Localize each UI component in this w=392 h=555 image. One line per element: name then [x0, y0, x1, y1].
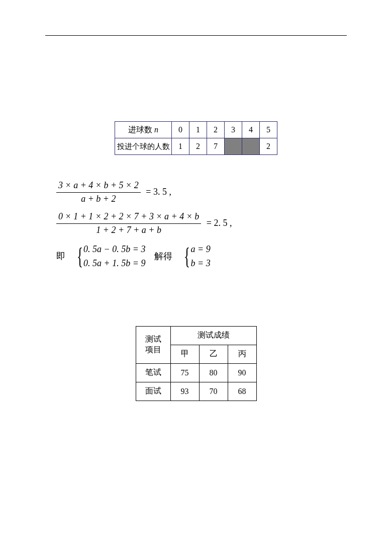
- t1-col-0: 0: [172, 122, 189, 138]
- t1-v3: [225, 138, 242, 155]
- sys2-line2: b = 3: [190, 257, 210, 271]
- t1-col-1: 1: [189, 122, 207, 138]
- t2-r1c2: 68: [228, 382, 256, 401]
- t1-col-2: 2: [207, 122, 225, 138]
- t1-v1: 2: [189, 138, 207, 155]
- t2-r1c0: 93: [170, 382, 199, 401]
- t2-topleft-l1: 测试: [137, 334, 170, 345]
- system-row: 即 { 0. 5a − 0. 5b = 3 0. 5a + 1. 5b = 9 …: [56, 243, 347, 270]
- eq1-denominator: a + b + 2: [56, 193, 141, 205]
- t2-topright: 测试成绩: [170, 326, 256, 345]
- t2-r0c2: 90: [228, 363, 256, 382]
- t2-topleft: 测试 项目: [136, 326, 170, 363]
- t2-row0-label: 笔试: [136, 363, 170, 382]
- word-solve: 解得: [154, 251, 172, 262]
- scores-table: 测试 项目 测试成绩 甲 乙 丙 笔试 75 80 90 面试 93 70 68: [45, 326, 347, 401]
- left-brace-icon: {: [77, 245, 83, 268]
- eq2-rhs: = 2. 5 ,: [204, 218, 232, 228]
- t1-col-5: 5: [260, 122, 277, 138]
- t1-row1-label-text: 进球数: [128, 125, 154, 134]
- t1-v2: 7: [207, 138, 225, 155]
- t2-r1c1: 70: [199, 382, 228, 401]
- eq1-rhs: = 3. 5 ,: [143, 187, 171, 197]
- eq2-denominator: 1 + 2 + 7 + a + b: [56, 224, 201, 236]
- t2-r0c1: 80: [199, 363, 228, 382]
- t2-topleft-l2: 项目: [137, 345, 170, 355]
- t2-col-2: 丙: [228, 345, 256, 363]
- t1-row1-label: 进球数 n: [115, 122, 172, 138]
- sys1-line1: 0. 5a − 0. 5b = 3: [83, 243, 145, 257]
- t1-v5: 2: [260, 138, 277, 155]
- t1-v0: 1: [172, 138, 189, 155]
- t1-v4: [242, 138, 260, 155]
- t1-row2-label: 投进个球的人数: [115, 138, 172, 155]
- math-derivation: 3 × a + 4 × b + 5 × 2 a + b + 2 = 3. 5 ,…: [56, 180, 347, 271]
- t2-r0c0: 75: [170, 363, 199, 382]
- left-brace-icon: {: [184, 245, 190, 268]
- equation-2: 0 × 1 + 1 × 2 + 2 × 7 + 3 × a + 4 × b 1 …: [56, 211, 347, 235]
- t2-col-1: 乙: [199, 345, 228, 363]
- t2-row1-label: 面试: [136, 382, 170, 401]
- t2-col-0: 甲: [170, 345, 199, 363]
- sys2-line1: a = 9: [190, 243, 210, 257]
- eq2-numerator: 0 × 1 + 1 × 2 + 2 × 7 + 3 × a + 4 × b: [56, 211, 201, 224]
- word-ie: 即: [56, 251, 65, 262]
- horizontal-rule: [45, 35, 347, 36]
- equation-1: 3 × a + 4 × b + 5 × 2 a + b + 2 = 3. 5 ,: [56, 180, 347, 204]
- t1-col-4: 4: [242, 122, 260, 138]
- t1-col-3: 3: [225, 122, 242, 138]
- sys1-line2: 0. 5a + 1. 5b = 9: [83, 257, 145, 271]
- goals-table: 进球数 n 0 1 2 3 4 5 投进个球的人数 1 2 7 2: [45, 121, 347, 155]
- t1-row1-var: n: [154, 125, 158, 134]
- eq1-numerator: 3 × a + 4 × b + 5 × 2: [56, 180, 141, 193]
